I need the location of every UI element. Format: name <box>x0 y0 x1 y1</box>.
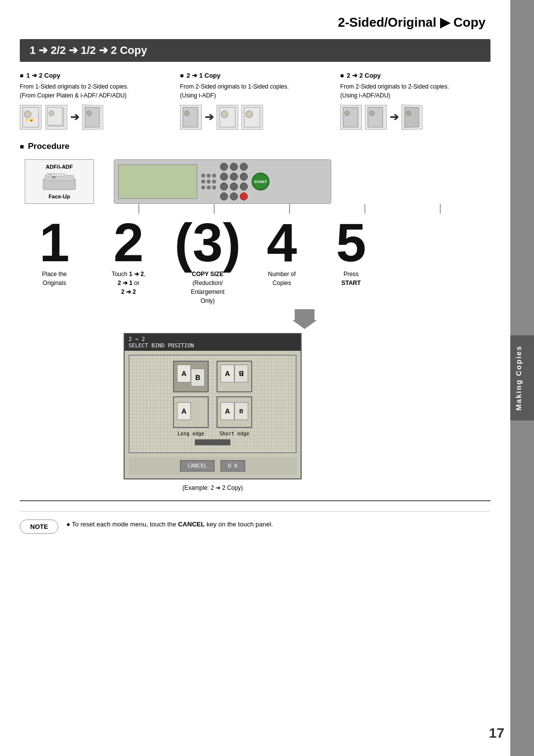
step-2-number: 2 <box>113 218 143 267</box>
svg-point-15 <box>345 111 350 116</box>
illus-row-2-1: ➔ <box>180 105 330 130</box>
procedure-header: Procedure <box>20 142 490 151</box>
top-diagram-row: ADF/i-ADF BC Face-Up <box>20 159 490 214</box>
orig-single-1: ⚡🐱 <box>20 105 42 130</box>
result-angled-1 <box>82 104 103 130</box>
copy-types: 1 ➔ 2 Copy From 1-Sided originals to 2-S… <box>20 72 490 130</box>
step-2-desc: Touch 1 ➔ 2,2 ➔ 1 or2 ➔ 2 <box>89 270 168 296</box>
svg-point-19 <box>406 111 411 116</box>
svg-point-17 <box>369 111 374 116</box>
illus-arrow-3: ➔ <box>390 111 399 124</box>
step-2-num-col: 2 <box>89 218 168 267</box>
bind-short-edge-icon[interactable]: A B <box>217 361 252 392</box>
step-4-desc: Number ofCopies <box>247 270 316 287</box>
bind-option-3[interactable]: A <box>173 396 209 428</box>
machine-keypad <box>220 163 248 200</box>
machine-panel: START <box>114 159 331 204</box>
bind-header-line2: SELECT BIND POSITION <box>129 342 297 349</box>
note-text: ● To reset each mode menu, touch the CAN… <box>66 520 273 530</box>
copy-type-2-2: 2 ➔ 2 Copy From 2-Sided originals to 2-S… <box>340 72 490 130</box>
copy-type-2-1-title: 2 ➔ 1 Copy <box>180 72 330 79</box>
orig-stacked-1 <box>45 105 67 130</box>
bind-short-edge-option: A B <box>217 361 252 392</box>
orig-angled-3 <box>340 105 362 130</box>
note-label: NOTE <box>20 520 58 534</box>
svg-rect-6 <box>85 107 99 128</box>
adf-diagram: ADF/i-ADF BC Face-Up <box>20 159 99 206</box>
bind-buttons-row: CANCEL O K <box>129 457 297 474</box>
svg-rect-24 <box>48 175 52 175</box>
bind-caption: (Example: 2 ➔ 2 Copy) <box>119 484 307 491</box>
svg-rect-4 <box>47 107 62 125</box>
main-content: 2-Sided/Original ▶ Copy 1 ➔ 2/2 ➔ 1/2 ➔ … <box>0 0 510 756</box>
bind-long-edge-icon[interactable]: A B <box>173 361 209 392</box>
bind-long-edge-label: Long edge <box>173 431 209 436</box>
bind-short-edge-label: Short edge <box>217 431 252 436</box>
svg-point-7 <box>87 111 91 116</box>
bind-position-container: 2 → 2 SELECT BIND POSITION A B <box>119 333 307 491</box>
svg-rect-18 <box>404 107 419 128</box>
svg-point-13 <box>246 111 253 118</box>
step-4-num-col: 4 <box>247 218 316 267</box>
result-single-2b <box>241 105 263 130</box>
sidebar-label: Making Copies <box>510 335 534 421</box>
bind-option-4[interactable]: A B <box>217 396 252 428</box>
bind-options-row1: A B A B <box>134 361 291 392</box>
svg-point-1 <box>24 111 31 118</box>
bind-screen-header: 2 → 2 SELECT BIND POSITION <box>125 334 301 351</box>
step-4-number: 4 <box>267 218 297 267</box>
bind-cancel-button[interactable]: CANCEL <box>180 460 215 472</box>
result-angled-3 <box>401 104 423 130</box>
svg-rect-14 <box>343 107 358 127</box>
svg-rect-8 <box>183 107 198 127</box>
step-5-number: 5 <box>336 218 366 267</box>
bind-grid-container: A B A B <box>129 355 297 453</box>
step-3-number: (3) <box>175 218 241 267</box>
copy-type-2-1: 2 ➔ 1 Copy From 2-Sided originals to 1-S… <box>180 72 330 130</box>
start-button-visual: START <box>252 173 269 190</box>
svg-rect-23 <box>48 174 50 174</box>
svg-text:BC: BC <box>52 176 56 179</box>
svg-point-5 <box>49 111 54 116</box>
adf-label-bottom: Face-Up <box>48 193 70 199</box>
step-3-num-col: (3) <box>168 218 247 267</box>
bind-ok-button[interactable]: O K <box>221 460 245 472</box>
svg-rect-0 <box>23 107 39 127</box>
step-1-desc: Place theOriginals <box>20 270 89 287</box>
copy-type-2-2-desc: From 2-Sided originals to 2-Sided copies… <box>340 82 490 100</box>
section-header: 1 ➔ 2/2 ➔ 1/2 ➔ 2 Copy <box>20 39 490 62</box>
copy-type-1-2-desc: From 1-Sided originals to 2-Sided copies… <box>20 82 170 100</box>
connector-lines <box>114 204 490 214</box>
step-numbers-row: 1 2 (3) 4 5 <box>20 218 490 267</box>
svg-point-9 <box>184 111 189 116</box>
bind-selected-bar <box>195 439 230 445</box>
svg-text:⚡🐱: ⚡🐱 <box>25 118 34 122</box>
svg-rect-12 <box>244 107 260 127</box>
copy-type-1-2-title: 1 ➔ 2 Copy <box>20 72 170 79</box>
section-divider <box>20 500 490 501</box>
machine-screen <box>118 164 197 199</box>
adf-label-top: ADF/i-ADF <box>46 164 73 170</box>
bind-long-edge-option: A B <box>173 361 209 392</box>
adf-illustration: BC <box>35 172 84 191</box>
page-number: 17 <box>489 725 504 741</box>
bind-labels-row: Long edge Short edge <box>134 431 291 436</box>
copy-type-2-2-title: 2 ➔ 2 Copy <box>340 72 490 79</box>
bind-header-line1: 2 → 2 <box>129 336 297 342</box>
orig-angled-3b <box>365 105 387 130</box>
orig-angled-2 <box>180 105 202 130</box>
down-arrow-block <box>119 309 490 329</box>
illus-arrow-1: ➔ <box>70 111 79 124</box>
right-sidebar: Making Copies <box>510 0 534 756</box>
svg-rect-10 <box>220 107 235 127</box>
svg-marker-31 <box>292 309 317 329</box>
step-descs-row: Place theOriginals Touch 1 ➔ 2,2 ➔ 1 or2… <box>20 270 490 305</box>
step-1-num-col: 1 <box>20 218 89 267</box>
step-1-number: 1 <box>39 218 69 267</box>
result-single-2 <box>217 105 238 130</box>
page-title: 2-Sided/Original ▶ Copy <box>20 15 490 30</box>
step-5-num-col: 5 <box>316 218 386 267</box>
svg-rect-16 <box>368 107 383 127</box>
bind-position-screen: 2 → 2 SELECT BIND POSITION A B <box>124 333 302 479</box>
illus-arrow-2: ➔ <box>205 111 214 124</box>
